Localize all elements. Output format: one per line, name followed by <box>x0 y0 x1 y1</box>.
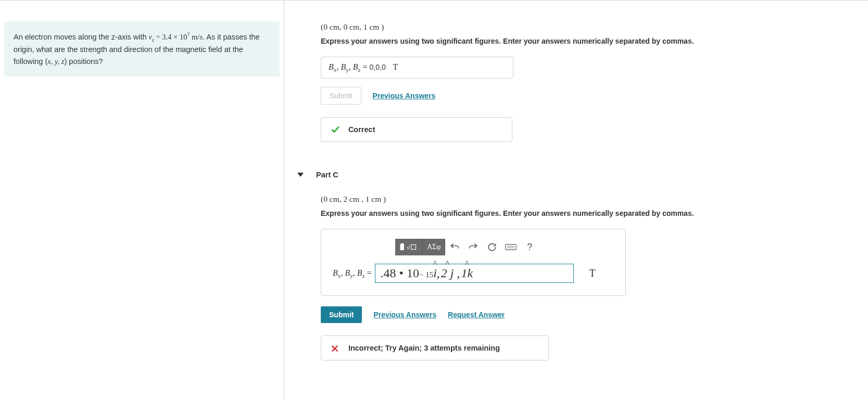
check-icon <box>331 125 340 134</box>
template-tool-icon[interactable]: √ <box>395 239 423 255</box>
svg-rect-3 <box>411 245 416 250</box>
svg-rect-1 <box>401 243 404 246</box>
part-c-header[interactable]: Part C <box>297 171 841 179</box>
problem-statement: An electron moves along the z-axis with … <box>4 21 280 76</box>
svg-rect-4 <box>506 244 517 250</box>
feedback-correct: Correct <box>321 117 512 142</box>
submit-button-b: Submit <box>321 87 361 105</box>
previous-answers-link-b[interactable]: Previous Answers <box>372 92 435 100</box>
math-toolbar: √ ΑΣφ <box>395 239 614 255</box>
partB-unit: T <box>393 62 398 71</box>
partB-position: (0 cm, 0 cm, 1 cm ) <box>321 22 841 32</box>
redo-icon[interactable] <box>464 239 483 255</box>
cross-icon <box>331 344 340 353</box>
svg-text:√: √ <box>407 244 410 251</box>
greek-tool-icon[interactable]: ΑΣφ <box>423 239 445 255</box>
partB-instruction: Express your answers using two significa… <box>321 37 841 45</box>
previous-answers-link-c[interactable]: Previous Answers <box>373 311 436 319</box>
partC-position: (0 cm, 2 cm , 1 cm ) <box>321 195 841 204</box>
submit-button-c[interactable]: Submit <box>321 306 362 323</box>
answer-editor-c: √ ΑΣφ <box>321 229 626 296</box>
request-answer-link[interactable]: Request Answer <box>448 311 505 319</box>
chevron-down-icon[interactable] <box>297 173 304 177</box>
partC-unit: T <box>589 267 596 279</box>
undo-icon[interactable] <box>445 239 464 255</box>
math-input-c[interactable]: .48 • 10− 15i,2 j ,1k <box>375 264 574 283</box>
keyboard-icon[interactable] <box>501 239 520 255</box>
answer-label-c: Bx, By, Bz = <box>333 268 372 279</box>
answer-box-b: Bx, By, Bz = 0,0,0 T <box>321 57 513 79</box>
help-icon[interactable]: ? <box>520 239 539 255</box>
feedback-incorrect: Incorrect; Try Again; 3 attempts remaini… <box>321 336 549 360</box>
partC-instruction: Express your answers using two significa… <box>321 209 841 217</box>
reset-icon[interactable] <box>483 239 501 255</box>
partB-value: 0,0,0 <box>370 63 386 71</box>
